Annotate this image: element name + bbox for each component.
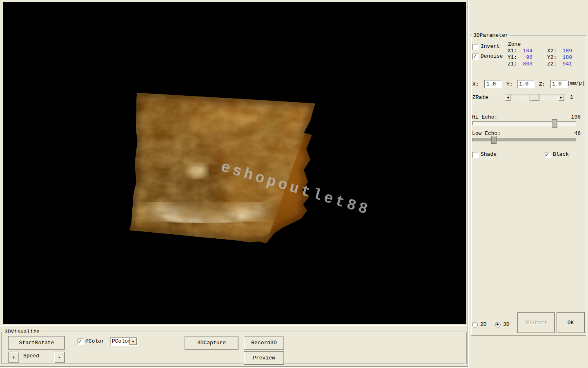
3dstart-button[interactable]: 3DStart [517,312,555,333]
invert-checkbox[interactable] [472,44,479,50]
zone-y1-label: Y1: [508,54,517,61]
speed-label: Speed [23,353,39,359]
divider-horizontal [0,325,468,326]
zone-label: Zone [508,41,521,47]
pcolor-dropdown-arrow-icon[interactable]: ▼ [129,338,137,345]
low-echo-label: Low Echo: [472,130,501,137]
black-label: Black [553,151,569,157]
speed-plus-button[interactable]: + [8,352,19,363]
3dcapture-button[interactable]: 3DCapture [185,336,238,350]
denoise-label: Denoise [481,53,503,59]
zone-y2-label: Y2: [547,54,557,61]
black-checkbox[interactable] [545,152,551,158]
zone-x1-value: 104 [519,48,532,54]
hi-echo-value: 198 [564,114,581,120]
zrate-label: ZRate [472,94,488,101]
pcolor-checkbox[interactable] [78,339,84,345]
start-rotate-button[interactable]: StartRotate [8,336,65,350]
hi-echo-thumb[interactable] [552,119,557,128]
zone-x2-value: 189 [558,48,572,54]
scale-y-input[interactable]: 1.0 [517,80,535,88]
shade-label: Shade [481,151,497,157]
zone-x1-label: X1: [508,48,517,54]
scale-y-label: Y: [506,81,513,88]
denoise-checkbox[interactable] [472,54,479,60]
hi-echo-slider[interactable] [472,121,576,126]
zrate-scrollbar[interactable]: ◄ ► [505,94,564,100]
record3d-button[interactable]: Record3D [244,336,284,350]
zone-z1-value: 803 [519,61,532,67]
render-viewport[interactable]: eshopoutlet88 [3,2,466,324]
zone-x2-label: X2: [547,48,557,54]
ok-button[interactable]: OK [557,312,585,333]
zone-z1-label: Z1: [508,61,517,67]
low-echo-value: 46 [564,130,581,137]
parameter-group-title: 3DParameter [472,32,510,38]
zone-z2-value: 941 [558,61,572,67]
zrate-value: 1 [570,94,573,100]
ultrasound-render: eshopoutlet88 [3,2,466,324]
pcolor-checkbox-label: PColor [85,338,105,344]
scale-x-label: X: [472,81,479,88]
hi-echo-label: Hi Echo: [472,114,497,120]
visualize-group-title: 3DVisualize [3,329,41,335]
zrate-thumb[interactable] [530,94,539,101]
invert-label: Invert [481,43,500,49]
divider-vertical [468,0,469,368]
scale-unit-label: (mm/p) [567,81,585,87]
low-echo-slider[interactable] [472,138,576,142]
scale-z-input[interactable]: 1.0 [550,80,568,88]
mode-3d-label: 3D [503,321,510,328]
shade-checkbox[interactable] [472,152,479,158]
mode-2d-label: 2D [480,321,487,328]
zrate-right-arrow-icon[interactable]: ► [558,94,564,101]
bottom-edge [0,366,468,368]
zone-y1-value: 96 [519,54,532,61]
pcolor-dropdown-value: PColor [112,338,131,344]
mode-3d-radio[interactable] [495,322,501,328]
mode-2d-radio[interactable] [472,322,478,328]
zone-y2-value: 180 [558,54,572,61]
application-window: eshopoutlet88 3DParameter Invert Denoise… [0,0,588,368]
scale-z-label: Z: [539,81,546,88]
pcolor-dropdown[interactable]: PColor ▼ [110,337,138,346]
preview-button[interactable]: Preview [244,351,284,365]
zone-z2-label: Z2: [547,61,557,67]
low-echo-thumb[interactable] [491,136,497,144]
speed-minus-button[interactable]: - [54,352,65,363]
scale-x-input[interactable]: 1.0 [484,80,502,88]
